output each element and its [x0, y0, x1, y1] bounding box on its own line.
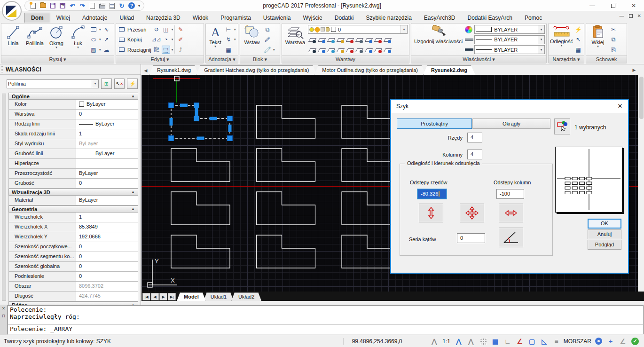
dialog-title-bar[interactable]: Szyk ✕: [391, 100, 628, 113]
layout-tab-układ1[interactable]: Układ1: [204, 292, 234, 301]
midpoint-grip[interactable]: [197, 137, 204, 140]
midpoint-grip[interactable]: [210, 117, 217, 120]
save-icon[interactable]: [48, 1, 57, 10]
ortho-icon[interactable]: ∟: [503, 337, 513, 346]
layer-off-icon[interactable]: [308, 36, 317, 44]
quick-props-icon[interactable]: ∠: [618, 337, 628, 346]
select-objects-button[interactable]: [554, 118, 570, 134]
text-button[interactable]: A Tekst▾: [207, 24, 223, 55]
open-file-icon[interactable]: [39, 1, 47, 10]
match-properties-button[interactable]: Uzgodnij właściwości: [413, 24, 464, 55]
coordinates-readout[interactable]: 99.4896,254.3669,0: [343, 338, 425, 345]
menu-item-pomoc[interactable]: Pomoc: [518, 13, 548, 23]
array-copy-shape[interactable]: [257, 235, 315, 268]
section-header-1[interactable]: Wizualizacja 3D▲: [8, 189, 138, 196]
cursor-lightning-icon[interactable]: ⋀: [466, 337, 476, 346]
menu-item-narz-dzia-3d[interactable]: Narzędzia 3D: [140, 13, 187, 23]
menu-item-dodatki[interactable]: Dodatki: [329, 13, 360, 23]
new-file-icon[interactable]: [29, 1, 37, 10]
menu-item-wyj-cie[interactable]: Wyjście: [297, 13, 329, 23]
layer-isolate-icon[interactable]: [364, 46, 373, 54]
collapse-icon[interactable]: ▲: [131, 190, 135, 194]
trim-icon[interactable]: ◫: [162, 25, 170, 33]
quick-add-icon[interactable]: +: [605, 337, 616, 346]
group-label-clipboard[interactable]: Schowek: [586, 55, 627, 63]
vertex-grip[interactable]: [228, 116, 233, 121]
model-space-toggle[interactable]: MOBSZAR: [564, 337, 591, 346]
hatch-icon[interactable]: ▨: [89, 46, 98, 54]
group-label-annotation[interactable]: Adnotacja ▾: [206, 55, 238, 63]
otrack-icon[interactable]: ◺: [539, 337, 550, 346]
paste-button[interactable]: Wklej▾: [588, 24, 608, 55]
group-label-layers[interactable]: Warstwy: [282, 55, 409, 63]
close-button[interactable]: ✕: [623, 0, 644, 11]
linetype-combo[interactable]: BYLAYER▾: [474, 35, 545, 44]
array-icon[interactable]: ⿓: [152, 46, 161, 54]
command-close-icon[interactable]: ✕: [2, 306, 6, 311]
table-icon[interactable]: ▦: [224, 46, 233, 54]
point-icon[interactable]: ↗: [102, 36, 111, 44]
array-copy-shape[interactable]: [257, 192, 315, 225]
col-offset-input[interactable]: -100: [496, 189, 524, 199]
layer-thaw-icon[interactable]: [327, 46, 336, 54]
layer-lock-icon[interactable]: [336, 36, 345, 44]
line-button[interactable]: Linia: [3, 24, 24, 55]
pick-both-offsets-button[interactable]: [460, 204, 484, 222]
cancel-button[interactable]: Anuluj: [588, 229, 621, 239]
tab-rectangular[interactable]: Prostokątny: [397, 118, 472, 129]
midpoint-grip[interactable]: [228, 125, 232, 132]
property-row[interactable]: Obszar8096.3702: [8, 282, 138, 292]
layer-set-current-icon[interactable]: [317, 36, 326, 44]
menu-item-dodatki-easyarch[interactable]: Dodatki EasyArch: [462, 13, 518, 23]
command-pin-icon[interactable]: ⊓: [2, 314, 5, 318]
layer-unknown-icon[interactable]: [374, 36, 383, 44]
sweep-icon[interactable]: ✐: [176, 36, 185, 44]
preview-button[interactable]: Podgląd: [588, 240, 621, 250]
color-wheel-icon[interactable]: [465, 26, 472, 33]
print-preview-icon[interactable]: [88, 1, 96, 10]
ok-button[interactable]: OK: [588, 219, 621, 229]
filter-icon[interactable]: ⚡: [127, 79, 138, 89]
next-tab-icon[interactable]: ▶: [159, 293, 167, 300]
layer-unlock-icon[interactable]: [336, 46, 345, 54]
palette-side-strip[interactable]: [2, 94, 6, 301]
property-row[interactable]: Długość424.7745: [8, 292, 138, 301]
vertex-grip[interactable]: [194, 103, 199, 108]
layer-paint-icon[interactable]: [346, 46, 354, 54]
polar-tracking-icon[interactable]: ∠: [515, 337, 525, 346]
color-combo[interactable]: BYLAYER▾: [474, 25, 545, 34]
print-icon[interactable]: [98, 1, 106, 10]
status-ok-icon[interactable]: ✓: [630, 337, 640, 346]
pick-row-offset-button[interactable]: [419, 204, 443, 222]
undo-icon[interactable]: ↶: [68, 1, 77, 10]
layout-tab-układ2[interactable]: Układ2: [231, 292, 261, 301]
tabs-scroll-right-icon[interactable]: ▶: [631, 66, 637, 74]
menu-item-szybkie-narz-dzia[interactable]: Szybkie narzędzia: [360, 13, 417, 23]
layer-delete-icon[interactable]: [346, 36, 354, 44]
row-offset-input[interactable]: -80.326: [417, 189, 447, 199]
property-row[interactable]: Szerokość globalna0: [8, 262, 138, 272]
property-row[interactable]: Wierzchołek1: [8, 213, 138, 222]
drawing-tab[interactable]: Rysunek1.dwg: [149, 65, 199, 75]
menu-item-wklej[interactable]: Wklej: [50, 13, 76, 23]
layer-merge-icon[interactable]: [374, 46, 383, 54]
minimize-button[interactable]: —: [582, 0, 603, 11]
property-row[interactable]: Szerokość segmentu ko...0: [8, 252, 138, 262]
drawing-tab[interactable]: Gradient Hatches.dwg (tylko do przegląda…: [196, 65, 317, 75]
mdi-close-icon[interactable]: ✕: [637, 13, 641, 18]
property-row[interactable]: KolorByLayer: [8, 100, 138, 110]
polyline-button[interactable]: Polilinia: [24, 24, 45, 55]
group-label-tools[interactable]: Narzędzia ▾: [549, 55, 584, 63]
gear-icon[interactable]: [593, 337, 604, 346]
pick-point-icon[interactable]: ↖: [574, 36, 582, 44]
array-copy-shape[interactable]: [171, 235, 230, 268]
stretch-button[interactable]: Rozciągnij: [118, 45, 151, 54]
fillet-icon[interactable]: ◔: [162, 36, 170, 44]
collapse-icon[interactable]: ▲: [131, 94, 135, 98]
attribute-icon[interactable]: 🖉: [263, 36, 272, 44]
insert-button[interactable]: Wstaw: [242, 24, 262, 55]
midpoint-grip[interactable]: [180, 104, 188, 107]
pick-column-offset-button[interactable]: [499, 204, 523, 222]
ellipse-icon[interactable]: ⬭: [89, 36, 98, 44]
copy-clip-icon[interactable]: ⧉: [609, 36, 618, 44]
